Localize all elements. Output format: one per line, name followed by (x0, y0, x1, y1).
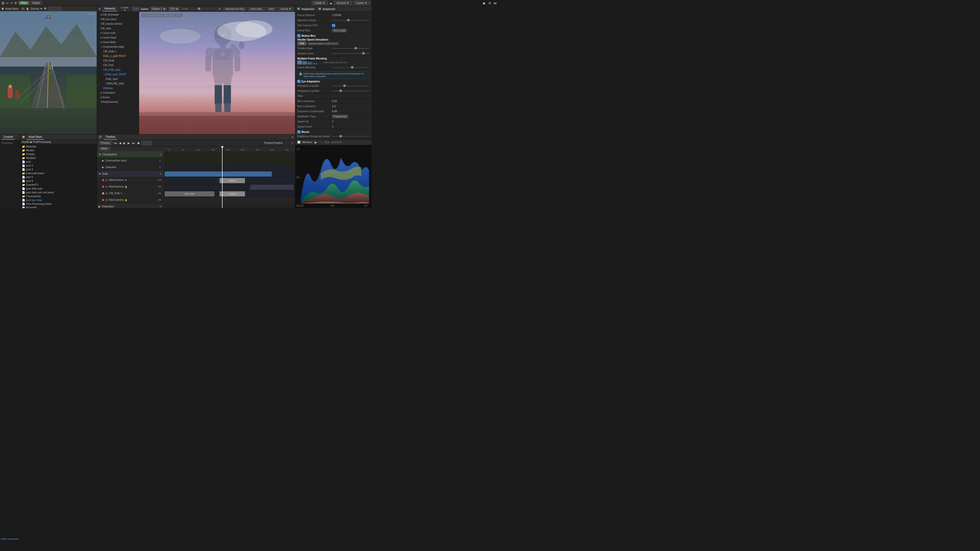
hier-item-cloud-wide[interactable]: ▶Cloud Wide (97, 40, 139, 44)
tl-next-btn[interactable]: ▶ (127, 141, 130, 145)
list-item[interactable]: 📁Models (21, 148, 96, 152)
hier-item-virtual-camera[interactable]: VirtualCamera1 (97, 100, 139, 104)
tl-track-maincam3[interactable]: 🎥 MainCamera 🔒 =≡ (97, 197, 163, 203)
monitors-play-btn[interactable]: ▶ (314, 141, 318, 144)
clip-cmfeet[interactable]: CM_Feet (165, 191, 215, 197)
tl-group-characters[interactable]: ▶ Characters + (97, 203, 163, 208)
clip-maincam2-muted[interactable]: Muted (220, 178, 245, 183)
checkbox-camera-fov[interactable] (332, 24, 335, 27)
asset-store-tab-btn[interactable]: Asset Store (27, 135, 44, 140)
brightness-slider[interactable] (332, 136, 369, 137)
tl-track-cm-dolly1[interactable]: 🎥 CM_Dolly 1 ● =≡ (97, 190, 163, 197)
display-select[interactable]: Display 1 (150, 6, 167, 11)
console-tab[interactable]: Console (2, 135, 15, 140)
create-button[interactable]: Create ▼ (119, 6, 130, 11)
clip-cmmainrow[interactable] (250, 185, 294, 190)
gizmos-btn[interactable]: Gizmos ▼ (278, 7, 293, 11)
hist-log-max-slider[interactable] (332, 91, 369, 92)
add-dolly-btn[interactable]: + (159, 171, 162, 176)
list-item[interactable]: 📄post low close (21, 198, 96, 202)
add-cinemachine-btn[interactable]: + (159, 152, 162, 156)
track-opts-icon[interactable]: =≡ (158, 192, 161, 195)
tl-track-cinemachine-basic[interactable]: ▶ Cinemachine basic + (97, 157, 163, 164)
shutter-angle-slider[interactable] (332, 48, 369, 49)
hier-item-cm-dolly1[interactable]: CM_Dolly 1 (97, 49, 139, 54)
add-track-btn[interactable]: + (159, 165, 161, 169)
tl-play-btn[interactable]: ▶ (123, 141, 126, 145)
clip-maincam3-muted[interactable]: Muted (220, 191, 245, 197)
track-opts-icon[interactable]: =≡ (158, 198, 161, 201)
track-opts-icon[interactable]: =≡ (158, 179, 161, 181)
game-tab[interactable]: Game (141, 7, 148, 11)
tl-frame-input[interactable]: 304 (142, 141, 152, 145)
global-button[interactable]: Global (30, 1, 42, 5)
list-item[interactable]: 📄post (21, 160, 96, 164)
hier-item-cm-dolly-auto[interactable]: CM_Dolly_auto (97, 67, 139, 72)
list-item[interactable]: 📁Materials (21, 144, 96, 148)
asset-store-tab[interactable]: Asset Store (5, 7, 19, 10)
tl-track-maincam1[interactable]: 🎥 MainCamera ⏺ =≡ (97, 177, 163, 183)
account-button[interactable]: Account ▼ (334, 1, 352, 5)
stats-btn[interactable]: Stats (266, 7, 277, 11)
mute-audio-btn[interactable]: Mute Audio (248, 7, 264, 11)
checkbox-motion-blur[interactable] (298, 34, 301, 37)
list-item[interactable]: 📁Modified (21, 156, 96, 160)
tl-group-cinemachine[interactable]: ▼ Cinemachine + (97, 151, 163, 157)
hier-item-cm-feet[interactable]: CM_Feet (97, 63, 139, 67)
collab-button[interactable]: Collab ▼ (312, 1, 328, 5)
sample-count-slider[interactable] (332, 53, 369, 54)
track-opts-icon[interactable]: =≡ (158, 185, 161, 188)
dropdown-adaptation-type[interactable]: Progressive (332, 114, 348, 118)
checkbox-eye-adaptation[interactable] (298, 80, 301, 83)
playhead[interactable] (222, 146, 223, 208)
hier-item-cm-rody[interactable]: CM_Rody (97, 58, 139, 63)
scene-zoom[interactable]: 20 (22, 7, 24, 10)
tl-group-dolly[interactable]: ▼ Dolly + (97, 171, 163, 177)
tl-track-clearshot[interactable]: ▶ Clearshot + (97, 164, 163, 171)
list-item[interactable]: 📁GraniterFX (21, 183, 96, 187)
hier-item-cloud-head[interactable]: ▶Cloud Head (97, 35, 139, 40)
inspector-tab2[interactable]: Inspector (323, 7, 336, 11)
hist-log-min-slider[interactable] (332, 86, 369, 86)
gizmos-dropdown[interactable]: Gizmos ▼ (30, 7, 43, 10)
hier-item-cloud-multi[interactable]: ▶Cloud multi (97, 30, 139, 35)
tl-start-btn[interactable]: ⏮ (113, 141, 118, 145)
pivot-button[interactable]: Pivot (19, 1, 29, 5)
toolbar-icon-settings[interactable]: ⚙ (14, 1, 17, 5)
hier-item-cm-wide[interactable]: CM_wide (97, 26, 139, 30)
list-item[interactable]: 📄post 6 (21, 179, 96, 183)
tl-track-maincam2[interactable]: 🎥 MainCamera 🔒 =≡ (97, 183, 163, 190)
scale-slider[interactable] (190, 8, 216, 10)
hier-item-dolly-auto-root[interactable]: ▼Dolly_auto_ROOT (97, 72, 139, 76)
hier-item-enviro[interactable]: ▶Enviro (97, 95, 139, 100)
list-item[interactable]: 📄post 5 (21, 175, 96, 179)
hier-item-dolly-path-root[interactable]: Dolly_1_path ROOT (97, 54, 139, 58)
inspector-tab1[interactable]: Inspector (302, 7, 314, 11)
list-item[interactable]: 📄Post Processing Stack (21, 202, 96, 206)
hier-item-cm-animated[interactable]: ▶CM_Animated (97, 12, 139, 17)
checkbox-bloom[interactable] (298, 130, 301, 133)
add-chars-btn[interactable]: + (159, 204, 162, 208)
hier-item-dolly-auto[interactable]: Dolly_auto (97, 76, 139, 81)
hier-item-characters[interactable]: ▶Characters (97, 90, 139, 95)
hier-item-highway[interactable]: Highway (97, 86, 139, 90)
add-track-btn[interactable]: + (159, 159, 161, 163)
add-track-button[interactable]: Add▼ (99, 147, 110, 151)
dropdown-kernel-size[interactable]: Very Large (332, 29, 347, 32)
list-item[interactable]: 📄post dolly auto red pants (21, 191, 96, 194)
toolbar-icon-redo[interactable]: ↪ (10, 1, 13, 5)
hier-item-cinemachine-dolly[interactable]: ▼Cinemachine dally (97, 44, 139, 49)
tl-prev-btn[interactable]: ◀ (118, 141, 122, 145)
list-item[interactable]: 📄post dolly auto (21, 187, 96, 191)
hier-item-cm-low-close[interactable]: CM_low close (97, 17, 139, 21)
list-item[interactable]: 📁Prefabs (21, 152, 96, 156)
full-button[interactable]: Full (298, 41, 307, 45)
list-item[interactable]: 📄post 4 (21, 168, 96, 171)
aspect-select[interactable]: 16:9 (169, 6, 180, 11)
list-item[interactable]: 📁Cinemachine (21, 194, 96, 198)
frame-blending-slider[interactable] (332, 67, 369, 68)
scene-search-input[interactable] (48, 6, 61, 11)
maximize-on-play-btn[interactable]: Maximize On Play (223, 7, 246, 11)
tl-close-icon[interactable]: ✕ (291, 141, 293, 145)
hier-item-cm-tracker[interactable]: CM_tracker behind (97, 21, 139, 26)
